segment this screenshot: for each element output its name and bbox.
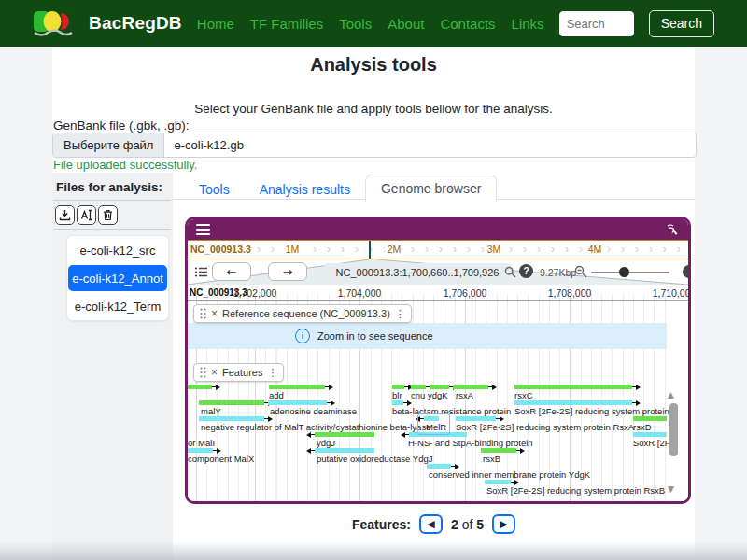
reference-track-label[interactable]: × Reference sequence (NC_000913.3) ⋮: [193, 304, 412, 323]
pager-of: of: [462, 517, 473, 532]
selected-feature-box[interactable]: [417, 413, 450, 435]
delete-button[interactable]: [98, 205, 118, 225]
zoom-slider-thumb[interactable]: [619, 267, 629, 277]
feature-bar[interactable]: [633, 416, 667, 421]
file-item-e-coli-k12-annot[interactable]: e-coli-k12_Annot: [68, 265, 167, 291]
overview-mark-4m: 4M: [585, 241, 605, 259]
feature-bar[interactable]: [427, 464, 451, 469]
feature-label-soxr-2fe-2s-reducing-s: SoxR [2Fe-2S] reducing system protein Rs…: [486, 486, 665, 496]
navbar-links: HomeTF FamiliesToolsAboutContactsLinks: [197, 16, 544, 32]
feature-bar[interactable]: [199, 416, 264, 421]
nav-link-about[interactable]: About: [388, 16, 424, 32]
file-item-e-coli-k12-src[interactable]: e-coli-k12_src: [67, 236, 168, 264]
feature-label-negative-regulator-of-ma: negative regulator of MalT activity/cyst…: [201, 423, 430, 432]
feature-label-soxr-2f: SoxR [2F: [633, 439, 670, 448]
overview-mark-1m: 1M: [283, 241, 303, 259]
tab-tools[interactable]: Tools: [184, 176, 245, 202]
feature-bar[interactable]: [188, 385, 212, 389]
feature-bar[interactable]: [633, 432, 667, 437]
feature-arrow-icon: [636, 400, 641, 406]
features-track-label[interactable]: × Features ⋮: [193, 363, 284, 382]
files-sidebar-title: Files for analysis:: [56, 180, 162, 194]
navbar-search-button[interactable]: Search: [649, 10, 714, 37]
prev-page-button[interactable]: ◀: [419, 514, 443, 534]
genbank-file-input[interactable]: Выберите файл e-coli-k12.gb: [52, 133, 697, 158]
zoom-in-icon[interactable]: [683, 265, 691, 278]
feature-bar[interactable]: [392, 400, 403, 405]
drag-handle-icon[interactable]: [200, 367, 206, 378]
zoom-level-text: 9.27Kbp: [540, 267, 576, 278]
zoom-slider[interactable]: [591, 272, 669, 273]
overview-mark-3m: 3M: [485, 241, 504, 259]
feature-label-blr: blr: [392, 391, 402, 400]
tabs: ToolsAnalysis resultsGenome browser: [173, 175, 497, 202]
feature-bar[interactable]: [514, 400, 632, 405]
rename-button[interactable]: [77, 205, 96, 225]
nav-link-contacts[interactable]: Contacts: [440, 16, 495, 32]
search-icon[interactable]: [504, 266, 516, 278]
nav-link-tf-families[interactable]: TF Families: [250, 16, 323, 32]
tab-genome-browser[interactable]: Genome browser: [365, 175, 497, 203]
browser-menu-icon[interactable]: [196, 224, 210, 238]
feature-label-component-malx: component MalX: [188, 455, 254, 464]
feature-label-add: add: [269, 391, 284, 400]
feature-bar[interactable]: [392, 385, 404, 389]
info-icon: i: [295, 329, 310, 343]
overview-scalebar[interactable]: ››››››››››››››››››››››››››››››››››››››››…: [188, 240, 688, 259]
ruler-tick-1-704-000: 1,704,000: [338, 287, 382, 299]
feature-label-ydgj: ydgJ: [317, 439, 335, 448]
help-icon[interactable]: ?: [519, 264, 533, 278]
pager-current: 2: [451, 517, 458, 532]
feature-arrow-icon: [401, 432, 405, 438]
brand-title: BacRegDB: [89, 13, 182, 34]
feature-label-maly: malY: [201, 407, 221, 416]
feature-bar[interactable]: [315, 432, 374, 437]
pan-right-button[interactable]: →: [268, 262, 307, 281]
tab-analysis-results[interactable]: Analysis results: [245, 176, 365, 202]
next-page-button[interactable]: ▶: [492, 514, 515, 534]
location-search-box[interactable]: NC_000913.3:1,700,660..1,709,926: [324, 263, 511, 281]
feature-bar[interactable]: [315, 448, 374, 453]
close-track-icon[interactable]: ×: [211, 367, 218, 378]
nav-link-links[interactable]: Links: [512, 16, 544, 32]
feature-bar[interactable]: [456, 416, 496, 421]
feature-bar[interactable]: [199, 400, 264, 405]
track-selector-icon[interactable]: [194, 265, 208, 279]
feature-bar[interactable]: [411, 385, 426, 389]
drag-handle-icon[interactable]: [200, 308, 206, 319]
navbar-search-input[interactable]: [559, 11, 634, 36]
feature-bar[interactable]: [481, 448, 516, 453]
feature-bar[interactable]: [269, 385, 325, 389]
close-track-icon[interactable]: ×: [211, 308, 218, 319]
track-scrollbar[interactable]: [669, 403, 678, 456]
track-menu-icon[interactable]: ⋮: [267, 367, 277, 379]
download-button[interactable]: [55, 205, 75, 225]
features-pager: Features: ◀ 2 of 5 ▶: [173, 514, 695, 534]
nav-link-home[interactable]: Home: [197, 16, 234, 32]
feature-bar[interactable]: [485, 480, 511, 484]
feature-bar[interactable]: [430, 385, 449, 389]
choose-file-button[interactable]: Выберите файл: [53, 133, 164, 157]
feature-bar[interactable]: [514, 385, 632, 389]
reference-track-title: Reference sequence (NC_000913.3): [222, 308, 390, 319]
pan-left-button[interactable]: ←: [212, 262, 251, 281]
feature-arrow-icon: [520, 448, 525, 454]
scroll-up-icon[interactable]: ▲: [668, 390, 674, 399]
ruler-tick-1-710-000: 1,710,000: [653, 287, 688, 299]
feature-arrow-icon: [306, 432, 311, 438]
file-item-e-coli-k12-term[interactable]: e-coli-k12_Term: [67, 292, 168, 320]
nav-link-tools[interactable]: Tools: [339, 16, 372, 32]
feature-bar[interactable]: [188, 448, 213, 453]
feature-arrow-icon: [514, 480, 519, 485]
page-title: Analysis tools: [0, 54, 747, 76]
feature-bar[interactable]: [268, 400, 327, 405]
zoom-out-icon[interactable]: [574, 265, 587, 278]
feature-label-h-ns-and-stpa-binding-p: H-NS- and StpA-binding protein: [408, 439, 533, 448]
page-subtitle: Select your GenBank file and apply tools…: [0, 102, 747, 116]
track-menu-icon[interactable]: ⋮: [395, 308, 405, 320]
scroll-down-icon[interactable]: ▼: [668, 484, 674, 494]
feature-arrow-icon: [268, 416, 273, 422]
feature-bar[interactable]: [453, 385, 488, 389]
cursor-mode-icon[interactable]: [665, 222, 680, 237]
sidebar-divider: [53, 229, 171, 230]
